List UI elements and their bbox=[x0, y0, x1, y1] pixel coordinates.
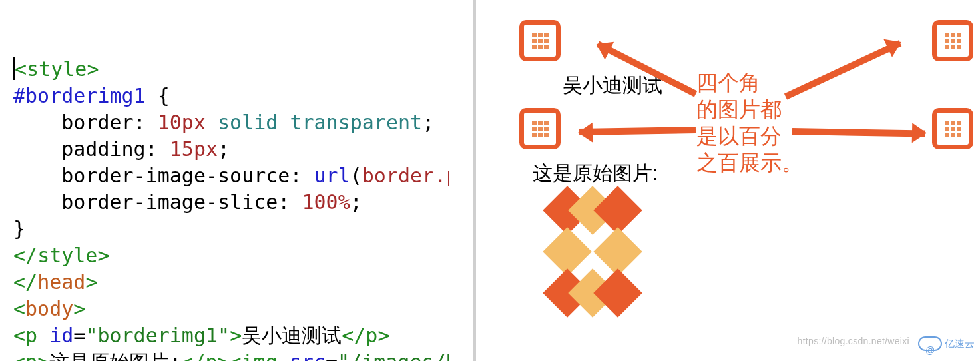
code-token bbox=[278, 111, 290, 134]
code-token: ; bbox=[350, 190, 362, 214]
preview-pane: 吴小迪测试 这是原始图片: 四个角 的图片都 是以百分 之百展示。 bbox=[499, 0, 980, 361]
code-token: style bbox=[27, 57, 87, 81]
code-token bbox=[278, 350, 290, 361]
dots-icon bbox=[945, 33, 961, 49]
code-token: 这是原始图片: bbox=[49, 350, 181, 361]
annotation-text: 四个角 的图片都 是以百分 之百展示。 bbox=[696, 69, 803, 176]
code-token: </ bbox=[13, 244, 37, 267]
code-token: head bbox=[37, 270, 85, 294]
code-token: src bbox=[290, 350, 326, 361]
code-token: : bbox=[146, 137, 170, 161]
code-token: border.pn bbox=[362, 164, 449, 187]
code-token: "borderimg1" bbox=[85, 324, 230, 347]
code-token: 10px bbox=[158, 111, 206, 134]
original-border-image bbox=[533, 194, 652, 314]
preview-text-1: 吴小迪测试 bbox=[563, 72, 662, 99]
code-token: ; bbox=[422, 111, 434, 134]
logo-text: 亿速云 bbox=[945, 330, 975, 357]
code-token: = bbox=[326, 350, 338, 361]
preview-text-2: 这是原始图片: bbox=[533, 160, 658, 186]
code-token: > bbox=[230, 324, 242, 347]
pane-divider[interactable] bbox=[473, 0, 476, 361]
code-token: > bbox=[85, 270, 97, 294]
code-token: > bbox=[377, 324, 389, 347]
code-token: ( bbox=[350, 164, 362, 187]
code-token: 100% bbox=[302, 190, 350, 214]
code-token: < bbox=[13, 297, 25, 320]
code-token: : bbox=[278, 190, 302, 214]
code-token: < bbox=[13, 350, 25, 361]
code-token: p bbox=[366, 324, 377, 347]
code-token: #borderimg1 bbox=[13, 84, 146, 107]
code-token bbox=[37, 324, 49, 347]
arrow-icon bbox=[579, 127, 696, 135]
code-token bbox=[206, 111, 218, 134]
code-token: > bbox=[37, 350, 49, 361]
code-token: > bbox=[87, 57, 99, 81]
code-token: < bbox=[15, 57, 27, 81]
code-token: > bbox=[97, 244, 109, 267]
code-token: = bbox=[73, 324, 85, 347]
code-token: 吴小迪测试 bbox=[242, 324, 342, 347]
code-token: border bbox=[61, 111, 133, 134]
code-token: </ bbox=[181, 350, 205, 361]
code-token: style bbox=[37, 244, 97, 267]
watermark-text: https://blog.csdn.net/weixi bbox=[798, 328, 909, 354]
code-token: padding bbox=[61, 137, 145, 161]
code-token: solid bbox=[218, 111, 278, 134]
cloud-icon bbox=[918, 336, 942, 351]
code-token: : bbox=[134, 111, 158, 134]
split-view: <style> #borderimg1 { border: 10px solid… bbox=[0, 0, 980, 361]
logo-badge: 亿速云 bbox=[918, 330, 975, 357]
border-image-box bbox=[932, 20, 973, 61]
border-image-box bbox=[932, 108, 973, 149]
code-token: </ bbox=[13, 270, 37, 294]
code-token: </ bbox=[342, 324, 366, 347]
code-token: { bbox=[146, 84, 170, 107]
code-token: img bbox=[242, 350, 278, 361]
code-token: ; bbox=[218, 137, 230, 161]
code-editor-pane[interactable]: <style> #borderimg1 { border: 10px solid… bbox=[0, 0, 449, 361]
code-token: < bbox=[13, 324, 25, 347]
code-token: border-image-source bbox=[61, 164, 290, 187]
code-token: "/images/bo bbox=[338, 350, 449, 361]
code-token: 15px bbox=[170, 137, 218, 161]
code-token: id bbox=[49, 324, 73, 347]
code-token: body bbox=[25, 297, 73, 320]
code-token: > bbox=[73, 297, 85, 320]
code-token: p bbox=[205, 350, 217, 361]
code-token: >< bbox=[217, 350, 241, 361]
code-token: p bbox=[25, 324, 37, 347]
code-token: url bbox=[314, 164, 350, 187]
code-token: p bbox=[25, 350, 37, 361]
border-image-box bbox=[519, 108, 561, 149]
dots-icon bbox=[945, 121, 961, 137]
code-token: transparent bbox=[290, 111, 422, 134]
code-token: : bbox=[290, 164, 314, 187]
code-token: } bbox=[13, 217, 25, 240]
code-token: border-image-slice bbox=[61, 190, 278, 214]
dots-icon bbox=[532, 33, 549, 49]
border-image-box bbox=[519, 20, 561, 61]
arrow-icon bbox=[792, 128, 925, 137]
dots-icon bbox=[532, 121, 549, 137]
